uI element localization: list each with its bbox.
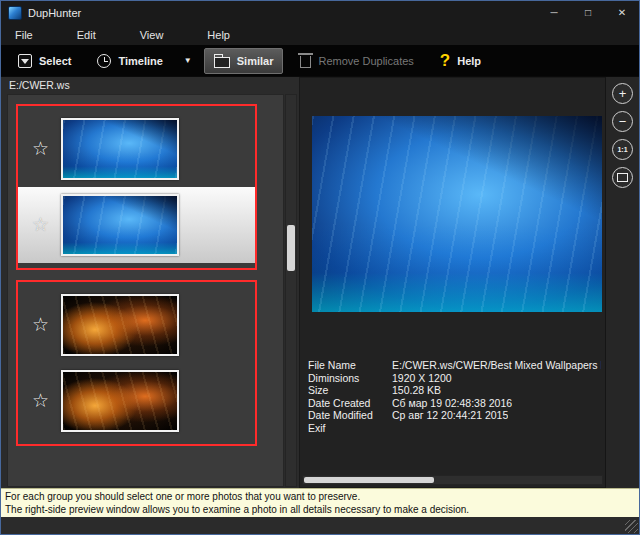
select-icon: [18, 54, 32, 68]
detail-value: 1920 X 1200: [392, 372, 452, 385]
zoom-in-button[interactable]: +: [612, 83, 633, 104]
photo-row-selected[interactable]: ☆: [18, 187, 255, 263]
similar-button-label: Similar: [237, 55, 274, 67]
photo-thumbnail[interactable]: [61, 294, 179, 356]
detail-row-date-created: Date Created Сб мар 19 02:48:38 2016: [308, 397, 601, 410]
detail-row-exif: Exif: [308, 422, 601, 435]
status-line-2: The right-side preview window allows you…: [5, 503, 635, 516]
list-scrollbar-thumb[interactable]: [287, 225, 295, 271]
detail-label: Size: [308, 384, 392, 397]
menu-view[interactable]: View: [134, 26, 170, 44]
main-toolbar: Select Timeline ▼ Similar Remove Duplica…: [1, 45, 639, 77]
duplicate-group-2: ☆ ☆: [16, 280, 257, 446]
photo-row[interactable]: ☆: [18, 363, 255, 439]
detail-label: Diminsions: [308, 372, 392, 385]
list-vertical-scrollbar[interactable]: [285, 94, 297, 487]
detail-value: Сб мар 19 02:48:38 2016: [392, 397, 512, 410]
photo-thumbnail[interactable]: [61, 194, 179, 256]
detail-label: Exif: [308, 422, 392, 435]
detail-value: 150.28 KB: [392, 384, 441, 397]
help-button[interactable]: ? Help: [431, 49, 490, 73]
menu-help[interactable]: Help: [201, 26, 236, 44]
detail-row-size: Size 150.28 KB: [308, 384, 601, 397]
duplicate-groups-list: ☆ ☆ ☆ ☆: [7, 94, 284, 487]
preview-image[interactable]: [312, 116, 602, 312]
duplicate-group-1: ☆ ☆: [16, 104, 257, 270]
star-icon[interactable]: ☆: [32, 315, 49, 335]
app-icon: [8, 6, 22, 20]
timeline-button-label: Timeline: [118, 55, 162, 67]
clock-icon: [97, 54, 111, 68]
app-window: DupHunter ─ □ ✕ File Edit View Help Sele…: [0, 0, 640, 535]
current-path: E:/CWER.ws: [9, 79, 70, 91]
actual-size-button[interactable]: 1:1: [612, 139, 633, 160]
photo-row[interactable]: ☆: [18, 111, 255, 187]
remove-duplicates-label: Remove Duplicates: [318, 55, 413, 67]
select-button[interactable]: Select: [9, 49, 80, 73]
window-bottom-edge: [1, 517, 639, 534]
resize-grip[interactable]: [625, 520, 638, 533]
photo-thumbnail[interactable]: [61, 118, 179, 180]
status-line-1: For each group you should select one or …: [5, 490, 635, 503]
zoom-out-button[interactable]: −: [612, 111, 633, 132]
preview-panel: File Name E:/CWER.ws/CWER/Best Mixed Wal…: [299, 77, 606, 488]
preview-scrollbar-thumb[interactable]: [304, 477, 434, 483]
window-title: DupHunter: [28, 7, 81, 19]
fit-to-window-button[interactable]: [612, 167, 633, 188]
folder-icon: [214, 57, 230, 68]
status-bar: For each group you should select one or …: [1, 488, 639, 517]
photo-row[interactable]: ☆: [18, 287, 255, 363]
close-button[interactable]: ✕: [605, 1, 639, 24]
detail-label: Date Modified: [308, 409, 392, 422]
menu-file[interactable]: File: [9, 26, 39, 44]
star-icon[interactable]: ☆: [32, 391, 49, 411]
menu-edit[interactable]: Edit: [71, 26, 102, 44]
window-controls: ─ □ ✕: [537, 1, 639, 24]
minimize-button[interactable]: ─: [537, 1, 571, 24]
help-icon: ?: [440, 54, 450, 68]
detail-label: Date Created: [308, 397, 392, 410]
detail-value: E:/CWER.ws/CWER/Best Mixed Wallpapers Pa…: [392, 359, 601, 372]
help-button-label: Help: [457, 55, 481, 67]
preview-horizontal-scrollbar[interactable]: [302, 475, 603, 485]
detail-row-date-modified: Date Modified Ср авг 12 20:44:21 2015: [308, 409, 601, 422]
detail-row-filename: File Name E:/CWER.ws/CWER/Best Mixed Wal…: [308, 359, 601, 372]
star-icon[interactable]: ☆: [32, 215, 49, 235]
detail-label: File Name: [308, 359, 392, 372]
photo-thumbnail[interactable]: [61, 370, 179, 432]
file-details: File Name E:/CWER.ws/CWER/Best Mixed Wal…: [308, 359, 601, 434]
select-button-label: Select: [39, 55, 71, 67]
timeline-dropdown-arrow[interactable]: ▼: [180, 50, 196, 71]
timeline-button[interactable]: Timeline: [88, 49, 171, 73]
zoom-toolbar: + − 1:1: [605, 77, 639, 488]
maximize-button[interactable]: □: [571, 1, 605, 24]
menu-bar: File Edit View Help: [1, 24, 639, 45]
star-icon[interactable]: ☆: [32, 139, 49, 159]
title-bar: DupHunter ─ □ ✕: [1, 1, 639, 24]
remove-duplicates-button[interactable]: Remove Duplicates: [291, 48, 422, 73]
similar-button[interactable]: Similar: [204, 48, 284, 74]
trash-icon: [300, 56, 311, 68]
detail-value: Ср авг 12 20:44:21 2015: [392, 409, 508, 422]
detail-row-dimensions: Diminsions 1920 X 1200: [308, 372, 601, 385]
